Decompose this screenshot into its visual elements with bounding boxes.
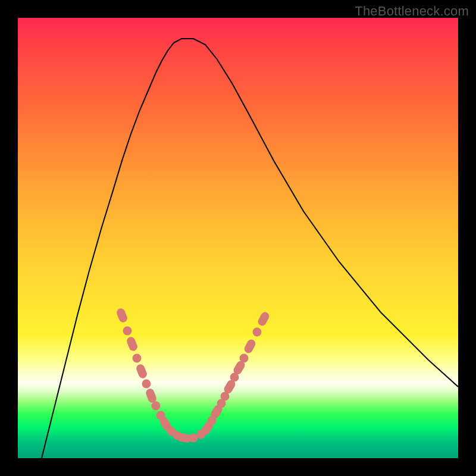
curve-marker — [253, 328, 262, 337]
curve-marker — [152, 402, 161, 411]
curve-marker — [142, 380, 151, 389]
bottleneck-curve-path — [42, 39, 458, 458]
watermark-text: TheBottleneck.com — [355, 4, 469, 19]
curve-marker — [115, 307, 129, 323]
curve-marker — [133, 354, 142, 363]
curve-marker — [126, 336, 139, 352]
bottleneck-curve-svg — [18, 18, 458, 458]
curve-marker — [123, 327, 132, 336]
curve-marker — [135, 363, 148, 379]
curve-marker — [189, 434, 198, 443]
curve-marker — [256, 311, 271, 327]
curve-marker — [240, 354, 249, 363]
curve-marker — [243, 338, 257, 355]
curve-markers — [115, 307, 271, 443]
